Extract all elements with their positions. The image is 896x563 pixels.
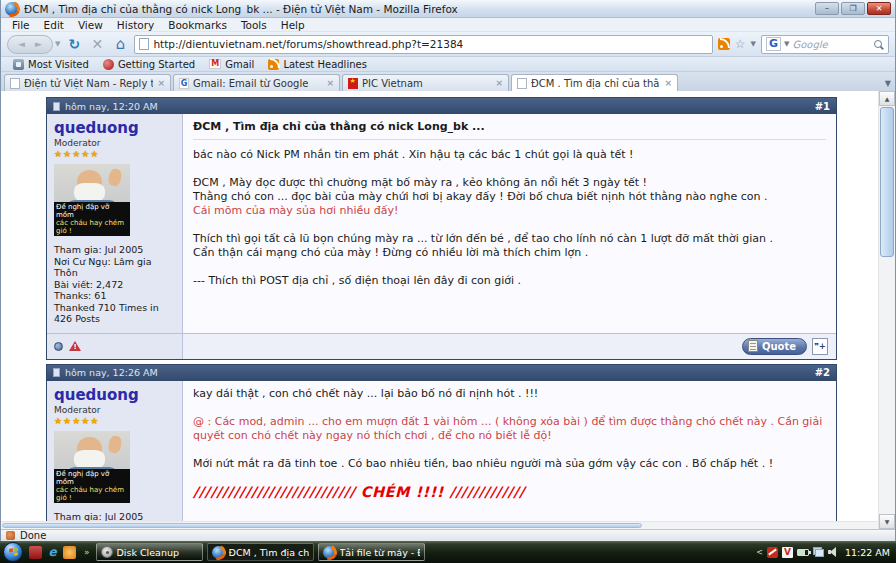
post-time-icon — [53, 368, 60, 377]
menu-file[interactable]: File — [5, 18, 37, 32]
rss-feed-icon[interactable] — [718, 38, 730, 50]
battery-icon[interactable] — [797, 549, 809, 556]
back-icon[interactable]: ◄ — [18, 39, 25, 49]
location: Nơi Cư Ngụ: Lâm gia Thôn — [54, 256, 175, 279]
menu-history[interactable]: History — [110, 18, 161, 32]
avatar[interactable]: Đề nghị đập vỡ mồm các cháu hay chém gió… — [54, 164, 130, 236]
post-header: hôm nay, 12:26 AM #2 — [47, 365, 836, 381]
post-line: --- Thích thì POST địa chỉ , số điện tho… — [193, 274, 826, 288]
reputation-stars: ★★★★★ — [54, 416, 175, 426]
tab-bar: Điện tử Việt Nam - Reply to Topic × G Gm… — [1, 72, 895, 91]
post-line: Mới nứt mắt ra đã tinh toe . Có bao nhiê… — [193, 457, 826, 471]
post-footer: Quote — [47, 333, 836, 359]
tab-list-dropdown-icon[interactable]: ▼ — [885, 79, 891, 88]
username-link[interactable]: queduong — [54, 119, 175, 137]
status-text: Done — [20, 530, 46, 541]
user-role: Moderator — [54, 138, 175, 148]
menu-tools[interactable]: Tools — [234, 18, 274, 32]
search-box[interactable]: G ▼ — [761, 35, 889, 54]
stop-button[interactable]: ✕ — [88, 34, 106, 54]
tab-close-icon[interactable]: × — [326, 78, 334, 88]
taskbar-item-disk-cleanup[interactable]: Disk Cleanup — [96, 543, 203, 561]
avatar[interactable]: Đề nghị đập vỡ mồm các cháu hay chém gió… — [54, 431, 130, 503]
scrollbar-thumb[interactable] — [880, 107, 894, 257]
horizontal-scrollbar[interactable] — [1, 521, 878, 529]
post-count: Bài viết: 2,472 — [54, 279, 175, 291]
quote-button[interactable]: Quote — [742, 338, 807, 355]
forward-icon[interactable]: ► — [35, 39, 42, 49]
clock[interactable]: 11:22 AM — [842, 547, 890, 558]
quick-launch-overflow-icon[interactable]: » — [82, 547, 92, 557]
tray-expand-icon[interactable]: < — [756, 548, 763, 557]
bookmark-getting-started[interactable]: Getting Started — [97, 59, 201, 70]
taskbar-item-firefox-active[interactable]: ĐCM , Tìm địa chỉ c... — [207, 543, 314, 561]
back-forward-buttons[interactable]: ◄► — [7, 35, 53, 54]
post-line: Thích thì gọi tất cả lũ bọn chúng mày ra… — [193, 232, 826, 246]
vertical-scrollbar[interactable]: ▲ ▼ — [878, 91, 895, 529]
v-tray-icon[interactable]: V — [782, 547, 793, 558]
menu-bar: File Edit View History Bookmarks Tools H… — [1, 18, 895, 32]
search-engine-icon[interactable]: G — [766, 37, 781, 51]
scroll-down-icon[interactable]: ▼ — [879, 514, 895, 529]
tab-close-icon[interactable]: × — [157, 78, 165, 88]
tab-close-icon[interactable]: × — [664, 78, 672, 88]
search-icon[interactable] — [873, 39, 884, 50]
bookmark-most-visited[interactable]: Most Visited — [7, 59, 95, 70]
bookmark-star-icon[interactable]: ☆ — [735, 38, 746, 50]
bookmark-gmail[interactable]: MGmail — [203, 59, 260, 70]
scroll-up-icon[interactable]: ▲ — [879, 91, 895, 106]
vietnam-flag-icon — [348, 78, 358, 89]
menu-edit[interactable]: Edit — [37, 18, 71, 32]
tab-gmail[interactable]: G Gmail: Email từ Google × — [173, 74, 340, 91]
tab-thread-active[interactable]: ĐCM . Tìm địa chỉ của thằng có ni... × — [511, 74, 678, 91]
address-bar[interactable] — [134, 35, 712, 54]
tab-pic-vietnam[interactable]: PIC Vietnam × — [342, 74, 509, 91]
url-input[interactable] — [153, 38, 707, 50]
menu-help[interactable]: Help — [274, 18, 312, 32]
quick-launch-icon-1[interactable] — [29, 546, 42, 559]
search-input[interactable] — [792, 39, 870, 50]
most-visited-icon — [13, 59, 24, 70]
search-engine-dropdown-icon[interactable]: ▼ — [784, 40, 789, 48]
menu-view[interactable]: View — [71, 18, 110, 32]
forum-post-1: hôm nay, 12:20 AM #1 queduong Moderator … — [46, 97, 837, 360]
network-icon[interactable] — [813, 547, 824, 557]
quote-icon — [748, 340, 758, 352]
tab-close-icon[interactable]: × — [495, 78, 503, 88]
maximize-button[interactable]: ❐ — [841, 2, 865, 15]
history-dropdown-icon[interactable]: ▼ — [55, 40, 60, 48]
username-link[interactable]: queduong — [54, 386, 175, 404]
page-icon — [10, 78, 20, 89]
bookmark-dropdown-icon[interactable]: ▼ — [751, 40, 756, 48]
antivirus-tray-icon[interactable] — [767, 547, 778, 558]
post-number[interactable]: #1 — [815, 101, 830, 112]
post-number[interactable]: #2 — [815, 367, 830, 378]
volume-icon[interactable] — [828, 547, 838, 557]
post-header: hôm nay, 12:20 AM #1 — [47, 98, 836, 114]
home-button[interactable]: ⌂ — [111, 34, 129, 54]
quick-launch-icon-2[interactable] — [63, 546, 76, 559]
tab-reply-to-topic[interactable]: Điện tử Việt Nam - Reply to Topic × — [4, 74, 171, 91]
multiquote-button[interactable] — [812, 338, 828, 355]
post-content: ĐCM , Tìm địa chỉ của thằng có nick Long… — [183, 114, 836, 333]
post-line: bác nào có Nick PM nhắn tin em phát . Xi… — [193, 148, 826, 162]
system-tray: < V 11:22 AM — [756, 547, 893, 558]
internet-explorer-icon[interactable]: e — [46, 546, 59, 559]
thanks-count: Thanks: 61 — [54, 290, 175, 302]
scrollbar-thumb[interactable] — [2, 523, 642, 528]
minimize-button[interactable]: – — [815, 2, 839, 15]
site-favicon — [139, 38, 149, 50]
quick-launch: e — [27, 546, 78, 559]
close-button[interactable]: ✕ — [867, 2, 891, 15]
post-line: Cẩn thận cái mạng chó của mày ! Đừng có … — [193, 246, 826, 260]
start-button[interactable] — [3, 542, 23, 562]
reload-button[interactable]: ↻ — [65, 34, 83, 54]
menu-bookmarks[interactable]: Bookmarks — [161, 18, 234, 32]
post-time-icon — [53, 102, 60, 111]
bookmark-latest-headlines[interactable]: Latest Headlines — [262, 59, 373, 70]
report-post-icon[interactable] — [69, 341, 81, 352]
taskbar-item-firefox-2[interactable]: Tải file từ máy - Điệ... — [318, 543, 425, 561]
firefox-icon — [212, 546, 225, 559]
firefox-icon — [5, 2, 19, 16]
bookmarks-bar: Most Visited Getting Started MGmail Late… — [1, 57, 895, 72]
